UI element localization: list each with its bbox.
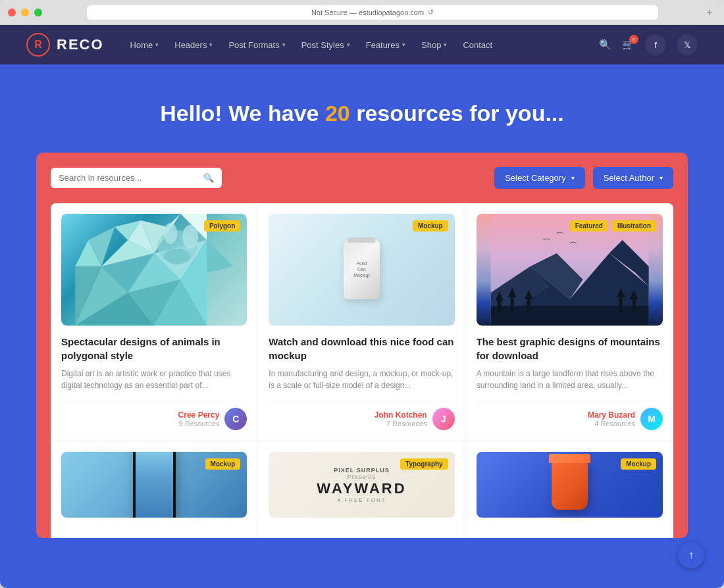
tag-mockup: Mockup (413, 220, 448, 232)
card-1: Polygon Spectacular designs of animals i… (51, 203, 258, 441)
filter-dropdowns: Select Category ▾ Select Author ▾ (494, 167, 673, 189)
logo[interactable]: R RECO (26, 33, 104, 57)
cart-badge: 0 (629, 35, 638, 44)
url-text: Not Secure — estudiopatagon.com (311, 9, 424, 16)
author-dropdown[interactable]: Select Author ▾ (593, 167, 673, 189)
svg-rect-30 (510, 296, 513, 312)
author-name-1[interactable]: Cree Percy (178, 410, 220, 420)
card-tags-2: Mockup (413, 220, 448, 232)
card-image-6[interactable]: Mockup (477, 452, 663, 518)
card-author-1: Cree Percy 9 Resources C (61, 401, 247, 430)
card-tags-1: Polygon (204, 220, 240, 232)
search-icon[interactable]: 🔍 (599, 39, 611, 51)
new-tab-button[interactable]: + (703, 6, 716, 19)
resources-section: 🔍 Select Category ▾ Select Author ▾ (0, 153, 724, 564)
card-5: PIXEL SURPLUS Presents WAYWARD A FREE FO… (258, 441, 465, 538)
chevron-down-icon: ▾ (402, 41, 405, 48)
card-tags-6: Mockup (621, 458, 656, 470)
tag-mockup-2: Mockup (205, 458, 241, 470)
card-tags-3: Featured Illustration (570, 220, 656, 232)
card-desc-2: In manufacturing and design, a mockup, o… (269, 368, 454, 391)
svg-rect-32 (527, 298, 530, 312)
nav-item-features[interactable]: Features ▾ (359, 25, 412, 64)
svg-point-19 (182, 225, 198, 249)
tag-typography: Typography (400, 458, 448, 470)
search-box[interactable]: 🔍 (51, 168, 222, 188)
svg-rect-28 (497, 299, 501, 312)
avatar-1: C (224, 408, 247, 430)
card-title-3: The best graphic designs of mountains fo… (477, 335, 663, 362)
card-3: Featured Illustration The best graphic d… (466, 203, 673, 441)
cart-icon[interactable]: 🛒 0 (622, 39, 634, 51)
hero-section: Hello! We have 20 resources for you... (0, 64, 724, 153)
author-name-3[interactable]: Mary Buzard (588, 410, 635, 420)
twitter-icon[interactable]: 𝕏 (677, 34, 698, 55)
nav-menu: Home ▾ Headers ▾ Post Formats ▾ Post Sty… (124, 25, 599, 64)
address-bar[interactable]: Not Secure — estudiopatagon.com ↺ (87, 5, 658, 20)
author-name-2[interactable]: John Kotchen (375, 410, 427, 420)
tag-mockup-3: Mockup (621, 458, 656, 470)
search-icon[interactable]: 🔍 (203, 173, 214, 183)
nav-item-contact[interactable]: Contact (456, 25, 499, 64)
resources-container: 🔍 Select Category ▾ Select Author ▾ (36, 153, 688, 538)
svg-rect-34 (619, 296, 622, 312)
chevron-down-icon: ▾ (209, 41, 213, 48)
close-button[interactable] (8, 9, 16, 16)
site-wrapper: R RECO Home ▾ Headers ▾ Post Formats ▾ (0, 25, 724, 588)
category-dropdown[interactable]: Select Category ▾ (494, 167, 585, 189)
logo-name: RECO (57, 36, 104, 53)
svg-point-20 (164, 223, 177, 244)
avatar-3: M (640, 408, 663, 430)
cards-grid: Polygon Spectacular designs of animals i… (51, 203, 673, 538)
filter-bar: 🔍 Select Category ▾ Select Author ▾ (51, 167, 673, 189)
card-title-2: Watch and download this nice food can mo… (269, 335, 454, 362)
browser-titlebar: Not Secure — estudiopatagon.com ↺ + (0, 0, 724, 25)
svg-point-21 (164, 249, 190, 264)
scroll-top-button[interactable]: ↑ (678, 542, 704, 568)
author-info-2: John Kotchen 7 Resources (375, 410, 427, 428)
arrow-up-icon: ↑ (688, 549, 694, 561)
card-image-2[interactable]: Food CanMockup Mockup (269, 214, 454, 326)
card-6: Mockup (466, 441, 673, 538)
author-resources-3: 4 Resources (588, 420, 635, 428)
hero-title: Hello! We have 20 resources for you... (13, 101, 711, 126)
card-image-5[interactable]: PIXEL SURPLUS Presents WAYWARD A FREE FO… (269, 452, 454, 518)
chevron-down-icon: ▾ (659, 174, 663, 182)
card-2: Food CanMockup Mockup Watch and download… (258, 203, 465, 441)
facebook-icon[interactable]: f (645, 34, 666, 55)
card-image-3[interactable]: Featured Illustration (477, 214, 663, 326)
author-info-1: Cree Percy 9 Resources (178, 410, 220, 428)
maximize-button[interactable] (34, 9, 42, 16)
refresh-icon[interactable]: ↺ (428, 8, 434, 16)
nav-item-shop[interactable]: Shop ▾ (415, 25, 453, 64)
tag-featured: Featured (570, 220, 608, 232)
author-resources-2: 7 Resources (375, 420, 427, 428)
svg-rect-36 (632, 298, 635, 312)
tag-polygon: Polygon (204, 220, 240, 232)
card-tags-5: Typography (400, 458, 448, 470)
card-image-4[interactable]: Mockup (61, 452, 247, 518)
presents-text: Presents (317, 474, 406, 480)
avatar-2: J (432, 408, 455, 430)
card-desc-3: A mountain is a large landform that rise… (477, 368, 663, 391)
search-input[interactable] (59, 173, 198, 183)
nav-item-home[interactable]: Home ▾ (124, 25, 166, 64)
logo-icon: R (26, 33, 50, 57)
nav-item-post-formats[interactable]: Post Formats ▾ (222, 25, 292, 64)
navbar: R RECO Home ▾ Headers ▾ Post Formats ▾ (0, 25, 724, 64)
nav-item-post-styles[interactable]: Post Styles ▾ (295, 25, 357, 64)
card-image-1[interactable]: Polygon (61, 214, 247, 326)
chevron-down-icon: ▾ (282, 41, 286, 48)
tag-illustration: Illustration (612, 220, 656, 232)
nav-icons: 🔍 🛒 0 f 𝕏 (599, 34, 698, 55)
card-desc-1: Digital art is an artistic work or pract… (61, 368, 247, 391)
svg-marker-27 (490, 306, 648, 326)
free-font-text: A FREE FONT (317, 497, 406, 503)
pixel-surplus-text: PIXEL SURPLUS (317, 467, 406, 474)
nav-item-headers[interactable]: Headers ▾ (168, 25, 219, 64)
minimize-button[interactable] (21, 9, 29, 16)
author-resources-1: 9 Resources (178, 420, 220, 428)
wayward-text: WAYWARD (317, 480, 406, 497)
chevron-down-icon: ▾ (444, 41, 447, 48)
card-4: Mockup (51, 441, 258, 538)
